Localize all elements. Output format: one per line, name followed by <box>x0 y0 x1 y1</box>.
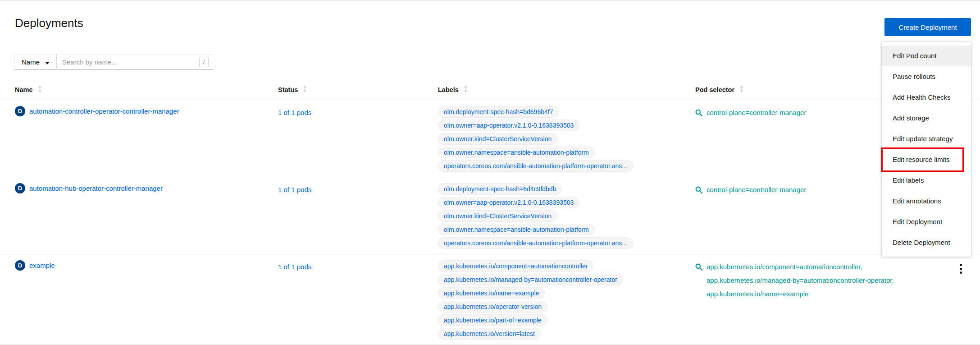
menu-item-add-storage[interactable]: Add storage <box>882 108 971 129</box>
menu-item-add-health-checks[interactable]: Add Health Checks <box>882 87 971 108</box>
label-pill[interactable]: operators.coreos.com/ansible-automation-… <box>438 237 633 249</box>
status-cell: 1 of 1 pods <box>278 183 311 197</box>
label-pill[interactable]: olm.deployment-spec-hash=6d4c9fdbdb <box>438 183 562 195</box>
label-pill[interactable]: olm.owner.kind=ClusterServiceVersion <box>438 133 557 145</box>
sort-icon <box>464 86 468 94</box>
search-input[interactable] <box>57 55 213 69</box>
pod-selector-link[interactable]: control-plane=controller-manager <box>707 106 806 120</box>
deployment-badge: D <box>15 183 25 193</box>
pod-selector-cell: control-plane=controller-manager <box>695 106 806 120</box>
top-divider <box>0 0 980 0</box>
deployment-name-link[interactable]: automation-hub-operator-controller-manag… <box>29 184 163 192</box>
pod-selector-link[interactable]: app.kubernetes.io/component=automationco… <box>707 260 894 274</box>
kebab-menu-button[interactable] <box>955 262 966 276</box>
search-icon <box>695 263 702 301</box>
create-deployment-button[interactable]: Create Deployment <box>884 18 971 36</box>
deployment-name-link[interactable]: automation-controller-operator-controlle… <box>29 107 179 115</box>
table-body: D automation-controller-operator-control… <box>0 100 980 345</box>
labels-cell: olm.deployment-spec-hash=bd696b4f7olm.ow… <box>438 106 633 172</box>
sort-icon <box>38 86 42 94</box>
filter-type-dropdown-label: Name <box>22 58 40 66</box>
label-pill[interactable]: app.kubernetes.io/version=latest <box>438 328 541 340</box>
labels-cell: olm.deployment-spec-hash=6d4c9fdbdbolm.o… <box>438 183 633 249</box>
status-link[interactable]: 1 of 1 pods <box>278 186 311 193</box>
pod-selector-lines: control-plane=controller-manager <box>707 106 806 120</box>
deployment-badge: D <box>15 260 25 271</box>
column-header-name[interactable]: Name <box>15 86 42 94</box>
pod-selector-lines: app.kubernetes.io/component=automationco… <box>707 260 894 301</box>
pod-selector-cell: control-plane=controller-manager <box>695 183 806 197</box>
table-header-row: Name Status Labels Pod selector <box>0 83 980 100</box>
status-cell: 1 of 1 pods <box>278 106 311 120</box>
deployment-badge: D <box>15 106 25 116</box>
name-cell: D automation-controller-operator-control… <box>15 106 179 116</box>
filter-type-dropdown[interactable]: Name <box>14 54 57 69</box>
search-icon <box>695 186 702 197</box>
name-cell: D example <box>15 260 55 271</box>
column-header-status[interactable]: Status <box>278 86 307 94</box>
table-row: D automation-controller-operator-control… <box>0 100 980 177</box>
label-pill[interactable]: olm.owner=aap-operator.v2.1.0-0.16383935… <box>438 120 579 131</box>
page-title: Deployments <box>15 16 83 30</box>
sort-icon <box>739 86 743 94</box>
pod-selector-link[interactable]: app.kubernetes.io/managed-by=automationc… <box>707 274 894 287</box>
name-cell: D automation-hub-operator-controller-man… <box>15 183 163 193</box>
status-link[interactable]: 1 of 1 pods <box>278 263 311 271</box>
pod-selector-cell: app.kubernetes.io/component=automationco… <box>695 260 894 301</box>
chevron-down-icon <box>45 58 50 66</box>
labels-cell: app.kubernetes.io/component=automationco… <box>438 260 623 340</box>
table-row: D automation-hub-operator-controller-man… <box>0 177 980 254</box>
label-pill[interactable]: operators.coreos.com/ansible-automation-… <box>438 160 633 172</box>
label-pill[interactable]: app.kubernetes.io/name=example <box>438 287 545 299</box>
label-pill[interactable]: olm.owner.kind=ClusterServiceVersion <box>438 210 557 222</box>
label-pill[interactable]: app.kubernetes.io/component=automationco… <box>438 260 593 272</box>
pod-selector-link[interactable]: control-plane=controller-manager <box>707 183 806 197</box>
menu-item-pause-rollouts[interactable]: Pause rollouts <box>882 66 971 87</box>
search-shortcut-badge: / <box>199 57 209 67</box>
status-link[interactable]: 1 of 1 pods <box>278 109 311 116</box>
search-icon <box>695 109 702 120</box>
deployment-name-link[interactable]: example <box>29 262 55 269</box>
status-cell: 1 of 1 pods <box>278 260 311 274</box>
menu-item-edit-labels[interactable]: Edit labels <box>882 170 971 191</box>
label-pill[interactable]: olm.deployment-spec-hash=bd696b4f7 <box>438 106 559 118</box>
label-pill[interactable]: olm.owner.namespace=ansible-automation-p… <box>438 224 595 235</box>
pod-selector-lines: control-plane=controller-manager <box>707 183 806 197</box>
label-pill[interactable]: app.kubernetes.io/managed-by=automationc… <box>438 274 623 285</box>
deployment-actions-menu: Edit Pod countPause rolloutsAdd Health C… <box>882 42 971 257</box>
menu-item-edit-pod-count[interactable]: Edit Pod count <box>882 46 971 66</box>
sort-icon <box>303 86 307 94</box>
label-pill[interactable]: app.kubernetes.io/part-of=example <box>438 314 547 326</box>
menu-item-edit-deployment[interactable]: Edit Deployment <box>882 212 971 232</box>
table-row: D example 1 of 1 pods app.kubernetes.io/… <box>0 254 980 345</box>
column-header-pod-selector[interactable]: Pod selector <box>695 86 743 94</box>
column-header-labels[interactable]: Labels <box>438 86 468 94</box>
label-pill[interactable]: app.kubernetes.io/operator-version <box>438 301 547 313</box>
label-pill[interactable]: olm.owner.namespace=ansible-automation-p… <box>438 147 595 158</box>
menu-item-edit-update-strategy[interactable]: Edit update strategy <box>882 129 971 149</box>
pod-selector-link[interactable]: app.kubernetes.io/name=example <box>707 287 894 301</box>
search-box: / <box>57 54 213 69</box>
menu-item-edit-resource-limits[interactable]: Edit resource limits <box>882 149 971 170</box>
filter-toolbar: Name / <box>14 54 213 69</box>
menu-item-delete-deployment[interactable]: Delete Deployment <box>882 232 971 253</box>
label-pill[interactable]: olm.owner=aap-operator.v2.1.0-0.16383935… <box>438 197 579 208</box>
menu-item-edit-annotations[interactable]: Edit annotations <box>882 191 971 212</box>
